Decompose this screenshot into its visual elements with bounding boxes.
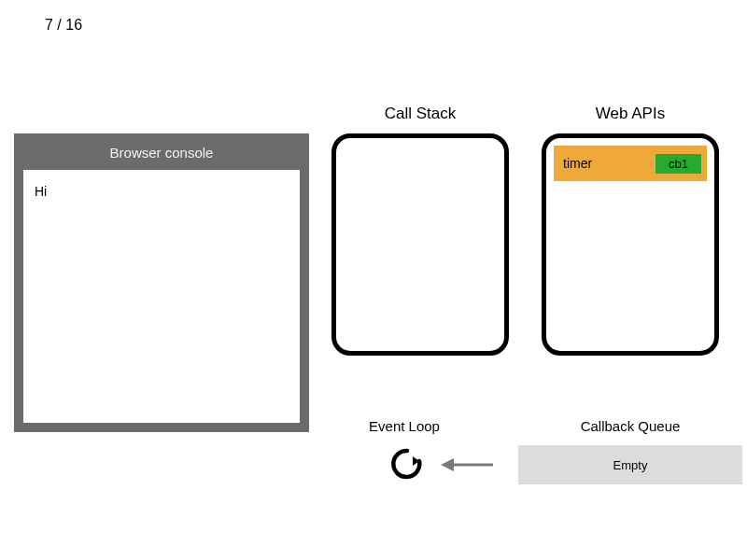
browser-console-panel: Browser console Hi xyxy=(14,133,309,432)
call-stack-title: Call Stack xyxy=(331,105,509,123)
console-line: Hi xyxy=(35,184,289,199)
console-title: Browser console xyxy=(23,133,300,170)
web-api-name: timer xyxy=(563,156,592,171)
callback-tag: cb1 xyxy=(655,154,701,174)
console-output: Hi xyxy=(23,170,300,423)
event-loop-title: Event Loop xyxy=(339,418,470,434)
call-stack-box xyxy=(331,133,509,356)
callback-queue-status: Empty xyxy=(613,458,648,472)
svg-marker-2 xyxy=(441,458,454,471)
step-counter: 7 / 16 xyxy=(45,17,82,34)
callback-queue-box: Empty xyxy=(518,445,742,484)
arrow-left-icon xyxy=(441,455,493,474)
loop-icon xyxy=(391,448,423,480)
web-apis-title: Web APIs xyxy=(542,105,719,123)
web-apis-box: timer cb1 xyxy=(542,133,719,356)
callback-queue-title: Callback Queue xyxy=(518,418,742,434)
web-api-item: timer cb1 xyxy=(554,146,707,181)
